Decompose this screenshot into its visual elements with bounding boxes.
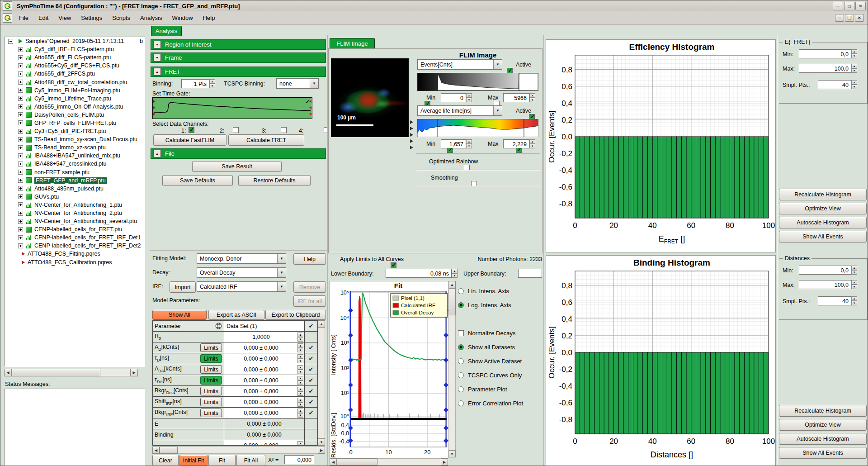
expand-box-icon[interactable] [18,137,23,142]
tree-item[interactable]: CENP-labelled_cells_for_FRET_IRF_Det1 [5,233,145,242]
radio-control[interactable] [458,288,464,294]
expand-box-icon[interactable] [18,219,23,224]
tree-item[interactable]: Atto655_diff_2FFCS.ptu [5,70,145,78]
channel-3-checkbox[interactable] [281,127,287,133]
section-fret[interactable]: ▲ FRET [151,67,326,77]
efret-max-field[interactable]: 100,0 [799,64,851,73]
decay-select[interactable]: Overall Decay ▼ [197,267,286,278]
param-check-icon[interactable]: ✔ [305,386,317,396]
collapse-icon[interactable]: ▼ [153,54,161,62]
tree-item[interactable]: ATTO488_FCS_Fitting.pqres [5,250,145,258]
expand-box-icon[interactable] [18,153,23,158]
radio-tcspc-curves-only[interactable]: TCSPC Curves Only [458,371,522,380]
fit-scroll-right-icon[interactable]: ▶ [441,458,448,466]
export-clipboard-button[interactable]: Export to Clipboard [265,310,326,320]
parameter-table[interactable]: ParameterData Set (1)✔R01,0000▲▼AD[kCnts… [152,320,318,446]
param-stepper[interactable]: ▲▼ [297,343,303,352]
intensity-channel-select[interactable]: Events[Cnts] ▼ [417,59,502,70]
tree-root[interactable]: Samples"Opened2019-05-11 17:13:11b [5,37,145,45]
expand-box-icon[interactable] [18,194,23,199]
radio-control[interactable] [458,344,464,350]
expand-icon[interactable]: ▲ [153,68,161,76]
dist-max-field[interactable]: 100,0 [799,280,851,289]
radio-parameter-plot[interactable]: Parameter Plot [458,385,507,394]
save-result-button[interactable]: Save Result [192,161,282,172]
header-check-icon[interactable]: ✔ [305,321,317,331]
expand-box-icon[interactable] [18,170,23,175]
tree-item[interactable]: Cy5_immo_Lifetime_Trace.ptu [5,95,145,103]
restore-defaults-button[interactable]: Restore Defaults [238,175,311,186]
tree-item[interactable]: FRET_GFP_and_mRFP.ptu [5,176,145,185]
expand-box-icon[interactable] [18,186,23,191]
tree-scroll-right-icon[interactable]: ▶ [130,369,138,376]
chevron-down-icon[interactable]: ▼ [277,254,286,263]
param-check-icon[interactable]: ✔ [305,375,317,385]
irf-for-all-button[interactable]: IRF for all [293,295,326,307]
param-check-icon[interactable]: ✔ [305,342,317,353]
close-icon[interactable]: ✕ [855,2,866,10]
expand-box-icon[interactable] [18,47,23,52]
param-stepper[interactable]: ▲▼ [297,398,303,406]
show-all-button[interactable]: Show All [152,310,207,320]
autoscale-histogram-button[interactable]: Autoscale Histogram [779,433,867,445]
expand-box-icon[interactable] [18,96,23,101]
child-minimize-icon[interactable]: ─ [835,14,844,22]
radio-show-active-dataset[interactable]: Show Active Dataset [458,357,522,366]
collapse-box-icon[interactable] [8,39,13,44]
param-check-icon[interactable]: ✔ [305,364,317,375]
dist-min-field[interactable]: 0,0 [799,266,851,275]
tree-item[interactable]: Cy5_immo_FLIM+Pol-Imaging.ptu [5,86,145,95]
chevron-down-icon[interactable]: ▼ [277,268,286,277]
dist-max-stepper[interactable]: ▲▼ [851,280,857,289]
check-control[interactable] [458,330,464,336]
table-row[interactable]: E0,000 ± 0,000 [153,418,317,429]
radio-show-all-datasets[interactable]: Show all Datasets [458,342,515,352]
lifetime-channel-select[interactable]: Average life time[ns] ▼ [417,105,502,116]
dist-smpl-stepper[interactable]: ▲▼ [851,296,857,305]
table-row[interactable]: τDA[ns]Limits0,000 ± 0,000▲▼✔ [153,375,317,386]
param-check-icon[interactable]: ✔ [305,353,317,364]
table-row[interactable]: ADA[kCnts]Limits0,000 ± 0,000▲▼✔ [153,364,317,375]
expand-box-icon[interactable] [18,235,23,240]
tree-item[interactable]: Atto655_diff_FLCS-pattern.ptu [5,53,145,62]
time-gate-plot[interactable]: ✓ [152,97,312,119]
radio-error-correlation-plot[interactable]: Error Correlation Plot [458,399,523,408]
apply-limits-checkbox[interactable] [391,262,396,268]
tree-item[interactable]: GUVs.ptu [5,193,145,201]
expand-box-icon[interactable] [18,178,23,183]
expand-icon[interactable]: ▲ [153,150,161,157]
tcspc-binning-select[interactable]: none ▼ [276,78,319,89]
table-hscroll-thumb[interactable] [160,447,178,454]
workspace-tree[interactable]: Samples"Opened2019-05-11 17:13:11bCy5_di… [4,37,145,367]
expand-box-icon[interactable] [18,88,23,93]
chevron-down-icon[interactable]: ▼ [493,106,502,115]
radio-control[interactable] [458,400,464,406]
param-check-icon[interactable] [305,440,317,446]
intensity-max-stepper[interactable]: ▲▼ [529,93,535,102]
fit-plot[interactable]: Fit Pixel (1,1) Calculated I [330,281,449,458]
table-vscrollbar[interactable] [318,320,325,446]
menu-help[interactable]: Help [198,13,220,23]
recalculate-histogram-button[interactable]: Recalculate Histogram [779,405,867,417]
tab-analysis[interactable]: Analysis [151,26,182,36]
menu-edit[interactable]: Edit [33,13,53,23]
limits-button[interactable]: Limits [200,398,222,406]
expand-box-icon[interactable] [18,162,23,166]
table-row[interactable]: ShiftIRF[ns]Limits0,000 ± 0,000▲▼✔ [153,397,317,408]
dist-smpl-field[interactable]: 40 [818,296,851,305]
expand-box-icon[interactable] [18,80,23,85]
upper-boundary-field[interactable] [518,269,542,278]
table-row[interactable]: τD[ns]Limits0,000 ± 0,000▲▼✔ [153,353,317,364]
irf-select[interactable]: Calculated IRF ▼ [197,281,286,292]
clear-button[interactable]: Clear [152,455,179,466]
chevron-down-icon[interactable]: ▼ [493,60,502,69]
intensity-gradient-bar[interactable] [417,73,538,91]
checkbox-normalize-decays[interactable]: Normalize Decays [458,328,515,338]
radio-control[interactable] [458,386,464,392]
optimize-view-button[interactable]: Optimize View [779,419,867,431]
tree-item[interactable]: NV-Center_for_Antibunching_several.ptu [5,217,145,225]
fit-scroll-up-icon[interactable]: ▲ [448,281,456,288]
limits-button[interactable]: Limits [200,343,222,352]
tree-item[interactable]: non-FRET sample.ptu [5,168,145,176]
limits-button[interactable]: Limits [200,376,222,385]
